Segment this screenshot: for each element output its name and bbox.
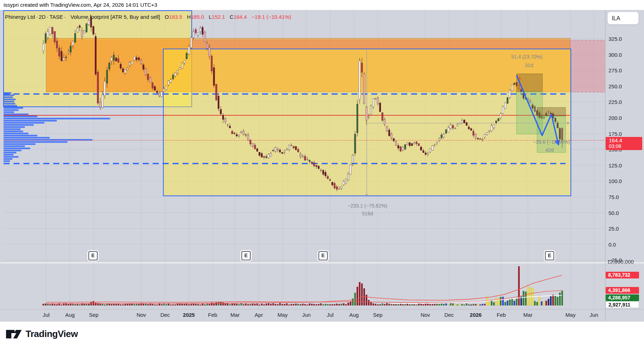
time-tick-label: Jun [590, 312, 598, 318]
tradingview-logo[interactable]: TradingView [6, 328, 78, 339]
measure-rally-days: 31d [525, 62, 533, 68]
legend-separator: · [47, 14, 48, 20]
exchange-label: TASE [49, 14, 63, 20]
chart-legend[interactable]: Phinergy Ltd·2D·TASE·Volume footprint [A… [5, 14, 291, 20]
measure-decline-label: −39.6 (−18.46%) [533, 139, 570, 145]
price-tick-label: 50.0 [608, 210, 619, 216]
time-tick-label: Sep [373, 312, 383, 318]
ohlc-high: H185.0 [187, 14, 204, 20]
time-tick-label: Mar [230, 312, 240, 318]
measure-bigdrop-label: −233.1 (−75.82%) [348, 203, 387, 209]
tradingview-wordmark: TradingView [26, 328, 78, 339]
volume-value-label: 4,288,957 [606, 294, 639, 301]
time-tick-label: 2026 [470, 312, 481, 318]
last-price-countdown: 03:08 [609, 143, 642, 149]
measure-rally-label: 51.4 (23.70%) [511, 54, 542, 60]
chart-canvas[interactable] [0, 0, 644, 348]
time-tick-label: May [278, 312, 288, 318]
time-tick-label: Nov [421, 312, 430, 318]
time-tick-label: Jul [327, 312, 333, 318]
ohlc-change: −19.1 (−10.41%) [252, 14, 291, 20]
ohlc-close: C164.4 [230, 14, 247, 20]
earnings-marker[interactable]: E [545, 251, 554, 260]
price-tick-label: 300.0 [608, 51, 622, 57]
time-tick-label: Mar [523, 312, 533, 318]
price-tick-label: 250.0 [608, 83, 622, 89]
legend-separator: · [64, 14, 66, 20]
symbol-title[interactable]: Phinergy Ltd [5, 14, 35, 20]
attribution-text: issypri created with TradingView.com, Ap… [4, 2, 157, 8]
price-tick-label: 0.0 [608, 241, 616, 247]
price-tick-label: 325.0 [608, 36, 622, 42]
yellow-zone-2[interactable] [163, 49, 571, 196]
volume-value-label: 2,927,911 [606, 301, 639, 308]
ohlc-low: L152.1 [209, 14, 225, 20]
ohlc-open: O183.5 [165, 14, 182, 20]
last-price-value: 164.4 [609, 138, 642, 143]
time-tick-label: Aug [65, 312, 75, 318]
time-tick-label: Jun [302, 312, 311, 318]
time-tick-label: Dec [444, 312, 454, 318]
time-tick-label: Sep [89, 312, 99, 318]
price-tick-label: 25.0 [608, 226, 619, 232]
last-price-label: 164.4 03:08 [606, 137, 642, 150]
time-tick-label: Aug [349, 312, 359, 318]
earnings-marker[interactable]: E [318, 251, 328, 260]
price-tick-label: 175.0 [608, 131, 622, 137]
legend-separator: · [36, 14, 38, 20]
price-tick-label: 225.0 [608, 99, 622, 105]
price-tick-label: 125.0 [608, 162, 622, 168]
time-tick-label: Apr [255, 312, 263, 318]
volume-value-label: 4,391,866 [606, 287, 639, 294]
price-tick-label: 275.0 [608, 67, 622, 73]
long-position-1-risk[interactable] [517, 74, 542, 92]
time-tick-label: Jul [43, 312, 49, 318]
symbol-search-box[interactable]: ILA [607, 12, 639, 24]
price-tick-label: 200.0 [608, 115, 622, 121]
measure-bigdrop-days: 516d [362, 211, 373, 216]
earnings-marker[interactable]: E [241, 251, 251, 260]
volume-axis-top-label: 12,000,000 [607, 259, 634, 265]
earnings-marker[interactable]: E [88, 251, 98, 260]
time-tick-label: 2025 [183, 312, 195, 318]
indicator-label[interactable]: Volume footprint [ATR 5, Buy and sell] [71, 14, 160, 20]
time-tick-label: Feb [208, 312, 217, 318]
tradingview-screenshot: issypri created with TradingView.com, Ap… [0, 0, 644, 348]
tradingview-icon [6, 330, 22, 339]
time-tick-label: May [566, 312, 575, 318]
price-tick-label: 75.0 [608, 194, 619, 200]
interval-label[interactable]: 2D [39, 14, 45, 20]
time-tick-label: Nov [137, 312, 146, 318]
time-tick-label: Feb [497, 312, 506, 318]
price-tick-label: 100.0 [608, 178, 622, 184]
time-tick-label: Dec [160, 312, 170, 318]
measure-decline-days: 42d [545, 147, 553, 153]
volume-value-label: 8,783,732 [606, 272, 639, 278]
